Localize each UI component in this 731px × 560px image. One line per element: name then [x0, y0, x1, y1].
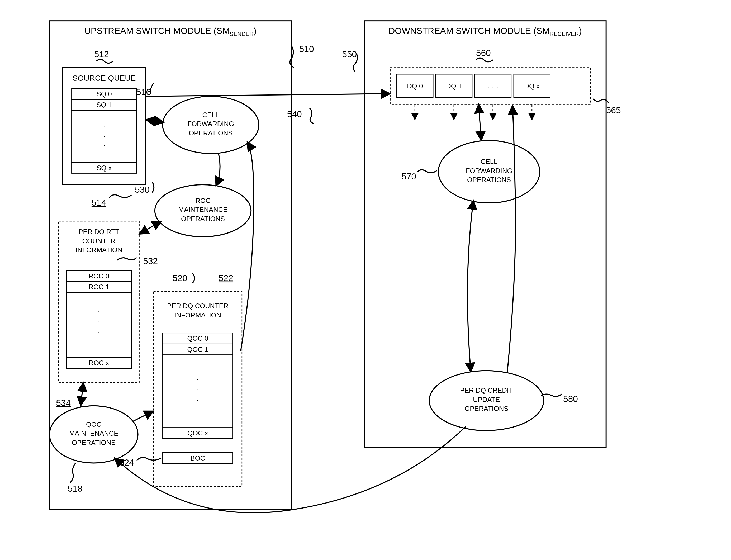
- roc-row-1: ROC 1: [89, 283, 109, 291]
- svg-rect-19: [67, 292, 131, 357]
- svg-text:QOC: QOC: [86, 421, 101, 428]
- svg-text:PER DQ COUNTER: PER DQ COUNTER: [167, 302, 228, 310]
- svg-text:OPERATIONS: OPERATIONS: [72, 439, 116, 446]
- svg-text:.: .: [197, 383, 199, 392]
- dq-x: DQ x: [524, 82, 540, 90]
- dq-1: DQ 1: [446, 82, 462, 90]
- svg-text:UPDATE: UPDATE: [473, 396, 500, 403]
- qoc-row-0: QOC 0: [187, 335, 208, 342]
- svg-text:COUNTER: COUNTER: [82, 237, 116, 245]
- svg-text:.: .: [98, 315, 100, 324]
- sq-row-1: SQ 1: [96, 101, 112, 108]
- ref-524: 524: [119, 458, 134, 467]
- ref-532: 532: [143, 256, 158, 266]
- ref-522: 522: [219, 273, 233, 283]
- svg-text:.: .: [197, 373, 199, 381]
- ref-514: 514: [92, 198, 106, 207]
- svg-text:OPERATIONS: OPERATIONS: [464, 405, 508, 412]
- source-queue-title: SOURCE QUEUE: [73, 74, 136, 82]
- svg-text:PER DQ RTT: PER DQ RTT: [78, 228, 119, 235]
- svg-text:MAINTENANCE: MAINTENANCE: [69, 430, 118, 437]
- sq-row-x: SQ x: [97, 164, 112, 172]
- svg-text:MAINTENANCE: MAINTENANCE: [178, 206, 227, 213]
- sq-row-0: SQ 0: [96, 90, 112, 98]
- dq-dots: . . .: [487, 81, 498, 90]
- svg-text:PER DQ CREDIT: PER DQ CREDIT: [460, 387, 513, 394]
- svg-text:OPERATIONS: OPERATIONS: [181, 215, 225, 222]
- svg-text:FORWARDING: FORWARDING: [187, 120, 234, 127]
- diagram-canvas: UPSTREAM SWITCH MODULE (SMSENDER) 510 SO…: [5, 5, 726, 557]
- ref-565: 565: [606, 105, 621, 115]
- ref-580: 580: [563, 394, 578, 404]
- svg-text:FORWARDING: FORWARDING: [466, 167, 512, 174]
- ref-520: 520: [173, 273, 187, 283]
- qoc-row-x: QOC x: [187, 429, 208, 437]
- roc-row-0: ROC 0: [89, 272, 109, 280]
- ref-540: 540: [287, 109, 302, 119]
- cell-forwarding-downstream: CELL FORWARDING OPERATIONS: [438, 140, 540, 203]
- ref-512: 512: [94, 49, 109, 59]
- boc-row: BOC: [191, 454, 205, 462]
- svg-text:OPERATIONS: OPERATIONS: [467, 176, 511, 183]
- roc-row-x: ROC x: [89, 359, 109, 367]
- svg-text:CELL: CELL: [202, 111, 219, 118]
- sq-dots: .: [103, 120, 105, 129]
- ref-534: 534: [56, 398, 71, 408]
- dq-0: DQ 0: [407, 82, 423, 90]
- credit-update: PER DQ CREDIT UPDATE OPERATIONS: [429, 371, 544, 431]
- svg-text:.: .: [98, 326, 100, 335]
- svg-text:.: .: [103, 139, 105, 147]
- ref-518: 518: [68, 484, 83, 493]
- ref-570: 570: [401, 172, 416, 181]
- svg-text:CELL: CELL: [481, 158, 497, 165]
- ref-510: 510: [299, 44, 314, 54]
- svg-text:ROC: ROC: [196, 197, 211, 204]
- svg-text:.: .: [98, 305, 100, 314]
- svg-text:.: .: [197, 393, 199, 402]
- ref-560: 560: [476, 48, 491, 58]
- svg-text:INFORMATION: INFORMATION: [174, 311, 221, 319]
- ref-516: 516: [136, 87, 151, 97]
- svg-text:.: .: [103, 130, 105, 138]
- ref-550: 550: [342, 49, 357, 59]
- qoc-row-1: QOC 1: [187, 346, 208, 353]
- qoc-maintenance: QOC MAINTENANCE OPERATIONS: [50, 406, 138, 463]
- ref-530: 530: [135, 185, 150, 194]
- svg-text:INFORMATION: INFORMATION: [75, 246, 122, 254]
- svg-text:OPERATIONS: OPERATIONS: [189, 129, 233, 137]
